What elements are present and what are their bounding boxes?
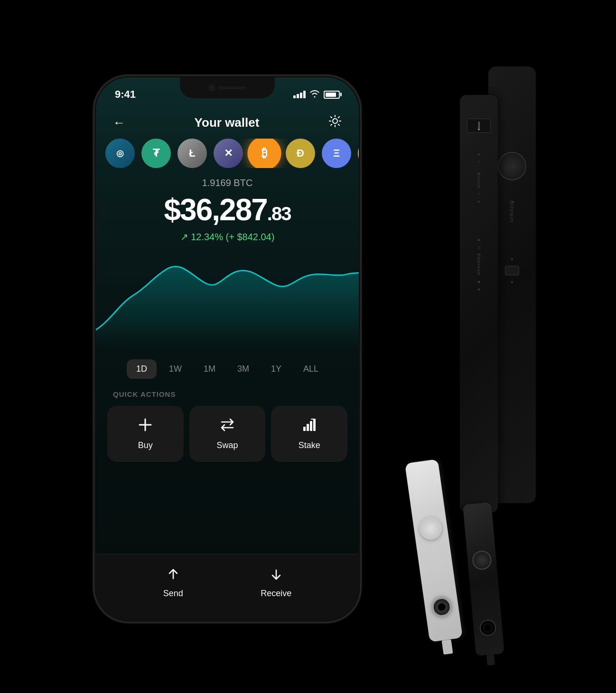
time-filter-row: 1D 1W 1M 3M 1Y ALL [96, 352, 359, 390]
receive-label: Receive [261, 589, 291, 599]
swap-button[interactable]: Swap [189, 406, 266, 462]
phone-content: ← Your wallet ◎ ₮ Ł ✕ ₿ [96, 105, 359, 620]
ledger-white-usb [442, 639, 453, 655]
coin-unknown[interactable]: ◎ [105, 139, 135, 168]
ledger-black-camera [479, 619, 497, 637]
fiat-main: $36,287 [164, 193, 267, 227]
coin-binance[interactable]: ◆ [358, 139, 359, 168]
filter-1m[interactable]: 1M [194, 359, 225, 379]
phone-header: ← Your wallet [96, 105, 359, 139]
coin-dogecoin[interactable]: Ð [286, 139, 315, 168]
wifi-icon [309, 89, 320, 100]
notch-camera [208, 84, 215, 91]
fiat-cents: .83 [267, 203, 291, 224]
send-label: Send [163, 589, 183, 599]
chart-svg [96, 252, 359, 347]
stake-label: Stake [299, 440, 320, 450]
status-time: 9:41 [115, 88, 136, 101]
signal-icon [293, 91, 306, 98]
change-percent: ↗ 12.34% [180, 232, 223, 242]
battery-icon [324, 91, 340, 99]
ledger-black-usb [486, 655, 495, 665]
buy-label: Buy [138, 440, 153, 450]
filter-3m[interactable]: 3M [228, 359, 259, 379]
receive-icon [269, 567, 283, 585]
ledger-label-bitcoin: Bitcoin [509, 200, 515, 223]
filter-1w[interactable]: 1W [159, 359, 191, 379]
notch-speaker [218, 86, 246, 89]
ledger-screen: Bitcoin [467, 119, 491, 133]
filter-1d[interactable]: 1D [127, 359, 157, 379]
back-button[interactable]: ← [113, 115, 125, 130]
buy-button[interactable]: Buy [107, 406, 184, 462]
ledger-nano-black [463, 502, 504, 656]
buy-icon [138, 417, 153, 436]
price-chart [96, 247, 359, 352]
phone-notch [180, 77, 275, 98]
crypto-amount: 1.9169 BTC [105, 178, 349, 188]
quick-actions-label: QUICK ACTIONS [96, 390, 359, 406]
coin-ethereum[interactable]: Ξ [322, 139, 351, 168]
settings-button[interactable] [328, 114, 342, 131]
coin-bitcoin[interactable]: ₿ [247, 139, 281, 168]
phone-device: 9:41 [94, 76, 360, 622]
phone-screen: 9:41 [96, 77, 359, 620]
swap-label: Swap [216, 440, 238, 450]
ledger-black-button[interactable] [472, 550, 492, 570]
change-amount: (+ $842.04) [226, 232, 275, 242]
quick-actions-row: Buy Swap [96, 406, 359, 471]
status-icons [293, 89, 340, 100]
coin-ripple[interactable]: ✕ [214, 139, 243, 168]
svg-rect-4 [310, 421, 312, 431]
stake-icon [302, 417, 317, 436]
ledger-tall-front: Bitcoin ▲ ⚙ Bitcoin ✕ ▼ ▲ ◎ Ethereum ◆ ▼ [460, 95, 498, 513]
svg-rect-2 [303, 427, 306, 431]
filter-all[interactable]: ALL [294, 359, 328, 379]
scene: 9:41 [71, 38, 545, 655]
swap-icon [220, 417, 235, 436]
filter-1y[interactable]: 1Y [261, 359, 291, 379]
balance-section: 1.9169 BTC $36,287.83 ↗ 12.34% (+ $842.0… [96, 178, 359, 247]
ledger-white-camera [431, 596, 452, 618]
fiat-balance: $36,287.83 [105, 192, 349, 227]
send-button[interactable]: Send [163, 567, 183, 599]
receive-button[interactable]: Receive [261, 567, 291, 599]
ledger-back-button[interactable] [498, 152, 526, 180]
balance-change: ↗ 12.34% (+ $842.04) [105, 231, 349, 243]
stake-button[interactable]: Stake [271, 406, 347, 462]
send-icon [166, 567, 180, 585]
coin-tether[interactable]: ₮ [141, 139, 171, 168]
ledger-screen-text: Bitcoin [477, 122, 480, 131]
wallet-title: Your wallet [195, 115, 260, 130]
coin-selector-row: ◎ ₮ Ł ✕ ₿ Ð Ξ ◆ [96, 139, 359, 168]
ledger-nano-white [405, 459, 463, 642]
svg-rect-3 [307, 424, 309, 431]
bottom-navigation: Send Receive [96, 554, 359, 620]
ledger-white-button[interactable] [418, 516, 443, 541]
coin-litecoin[interactable]: Ł [177, 139, 207, 168]
